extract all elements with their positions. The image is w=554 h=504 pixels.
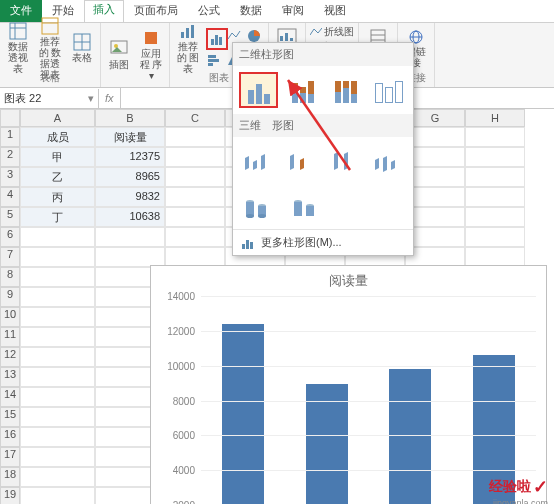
- row-header[interactable]: 3: [0, 167, 20, 187]
- column-chart-icon[interactable]: [206, 28, 228, 50]
- cell[interactable]: [20, 347, 95, 367]
- cell[interactable]: [20, 487, 95, 504]
- cell[interactable]: [20, 227, 95, 247]
- cell[interactable]: [405, 127, 465, 147]
- name-box[interactable]: 图表 22▾: [0, 89, 99, 108]
- row-header[interactable]: 11: [0, 327, 20, 347]
- row-header[interactable]: 17: [0, 447, 20, 467]
- row-header[interactable]: 12: [0, 347, 20, 367]
- cell[interactable]: 12375: [95, 147, 165, 167]
- cell[interactable]: [95, 227, 165, 247]
- stacked-column-3d[interactable]: [283, 143, 321, 177]
- cell[interactable]: [165, 227, 225, 247]
- box-column-2d[interactable]: [370, 72, 407, 106]
- row-header[interactable]: 16: [0, 427, 20, 447]
- cell[interactable]: [405, 147, 465, 167]
- cell[interactable]: 成员: [20, 127, 95, 147]
- cell[interactable]: [465, 147, 525, 167]
- cell[interactable]: [405, 167, 465, 187]
- cell[interactable]: [165, 127, 225, 147]
- cell[interactable]: [465, 247, 525, 267]
- clustered-column-2d[interactable]: [239, 72, 278, 108]
- col-header[interactable]: B: [95, 109, 165, 127]
- row-header[interactable]: 5: [0, 207, 20, 227]
- col-header[interactable]: G: [405, 109, 465, 127]
- chart-bar[interactable]: [306, 384, 348, 504]
- cell[interactable]: 9832: [95, 187, 165, 207]
- cell[interactable]: [405, 247, 465, 267]
- cell[interactable]: [465, 167, 525, 187]
- row-header[interactable]: 14: [0, 387, 20, 407]
- cell[interactable]: [165, 187, 225, 207]
- col-header[interactable]: [0, 109, 20, 127]
- cell[interactable]: [165, 247, 225, 267]
- tab-layout[interactable]: 页面布局: [124, 0, 188, 22]
- row-header[interactable]: 2: [0, 147, 20, 167]
- tab-view[interactable]: 视图: [314, 0, 356, 22]
- cell[interactable]: [405, 187, 465, 207]
- cell[interactable]: [20, 247, 95, 267]
- row-header[interactable]: 6: [0, 227, 20, 247]
- tab-insert[interactable]: 插入: [84, 0, 124, 22]
- pivot-table-button[interactable]: 数据 透视表: [4, 28, 32, 68]
- row-header[interactable]: 9: [0, 287, 20, 307]
- cell[interactable]: [405, 207, 465, 227]
- tab-file[interactable]: 文件: [0, 0, 42, 22]
- column-3d[interactable]: [370, 143, 408, 177]
- col-header[interactable]: C: [165, 109, 225, 127]
- col-header[interactable]: A: [20, 109, 95, 127]
- cell[interactable]: [20, 367, 95, 387]
- tab-review[interactable]: 审阅: [272, 0, 314, 22]
- row-header[interactable]: 19: [0, 487, 20, 504]
- col-header[interactable]: H: [465, 109, 525, 127]
- cell[interactable]: [465, 187, 525, 207]
- 100stacked-column-3d[interactable]: [326, 143, 364, 177]
- cell[interactable]: [405, 227, 465, 247]
- embedded-chart[interactable]: 阅读量 02000400060008000100001200014000 甲乙丙…: [150, 265, 547, 504]
- cell[interactable]: [465, 127, 525, 147]
- cell[interactable]: 丙: [20, 187, 95, 207]
- cell[interactable]: 甲: [20, 147, 95, 167]
- sparkline-line[interactable]: 折线图: [310, 25, 354, 39]
- cell[interactable]: [20, 307, 95, 327]
- recommended-charts-button[interactable]: 推荐的 图表: [174, 28, 202, 68]
- row-header[interactable]: 1: [0, 127, 20, 147]
- cell[interactable]: 阅读量: [95, 127, 165, 147]
- illustrations-button[interactable]: 插图: [105, 35, 133, 75]
- cell[interactable]: 10638: [95, 207, 165, 227]
- tab-formula[interactable]: 公式: [188, 0, 230, 22]
- cell[interactable]: [20, 327, 95, 347]
- 100stacked-column-2d[interactable]: [327, 72, 364, 106]
- cell[interactable]: [165, 167, 225, 187]
- cell[interactable]: [20, 267, 95, 287]
- row-header[interactable]: 10: [0, 307, 20, 327]
- cell[interactable]: [165, 147, 225, 167]
- cell[interactable]: [165, 207, 225, 227]
- more-column-charts[interactable]: 更多柱形图(M)...: [233, 229, 413, 255]
- recommended-pivot-button[interactable]: 推荐的 数据透视表: [36, 28, 64, 68]
- cell[interactable]: [465, 207, 525, 227]
- cell[interactable]: [20, 447, 95, 467]
- bar-chart-icon[interactable]: [206, 52, 222, 68]
- cell[interactable]: 乙: [20, 167, 95, 187]
- cell[interactable]: 丁: [20, 207, 95, 227]
- tab-data[interactable]: 数据: [230, 0, 272, 22]
- cell[interactable]: [20, 287, 95, 307]
- cylinder-3d[interactable]: [239, 189, 279, 223]
- cell[interactable]: [20, 407, 95, 427]
- row-header[interactable]: 7: [0, 247, 20, 267]
- row-header[interactable]: 8: [0, 267, 20, 287]
- cell[interactable]: 8965: [95, 167, 165, 187]
- row-header[interactable]: 4: [0, 187, 20, 207]
- cell[interactable]: [465, 227, 525, 247]
- cell[interactable]: [20, 467, 95, 487]
- cell[interactable]: [20, 427, 95, 447]
- row-header[interactable]: 13: [0, 367, 20, 387]
- cell[interactable]: [20, 387, 95, 407]
- table-button[interactable]: 表格: [68, 28, 96, 68]
- row-header[interactable]: 18: [0, 467, 20, 487]
- clustered-column-3d[interactable]: [239, 143, 277, 177]
- cone-3d[interactable]: [285, 189, 325, 223]
- row-header[interactable]: 15: [0, 407, 20, 427]
- stacked-column-2d[interactable]: [284, 72, 321, 106]
